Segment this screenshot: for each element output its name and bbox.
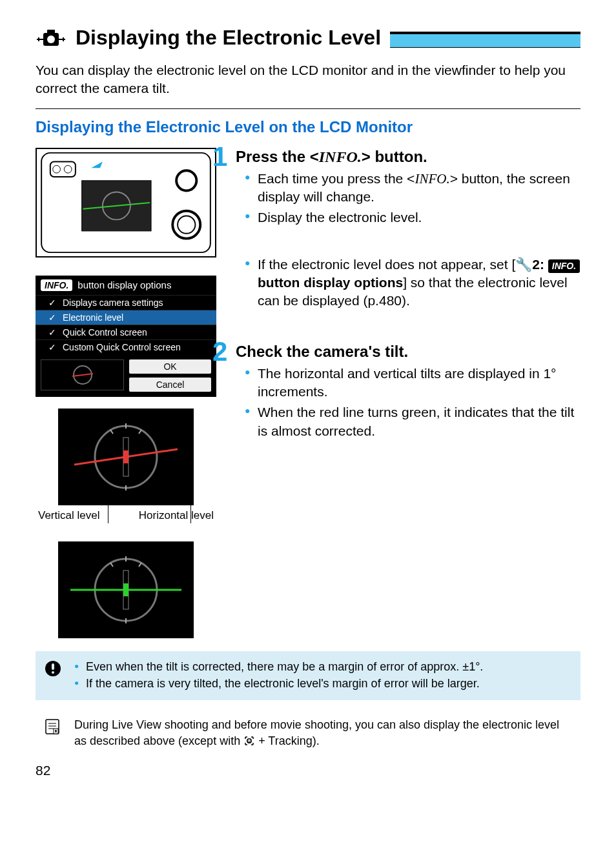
svg-rect-36 [52,663,54,670]
info-badge: INFO. [41,279,72,291]
svg-point-11 [172,210,200,238]
vertical-level-label: Vertical level [38,509,99,522]
menu-item: ✓Custom Quick Control screen [36,339,216,354]
info-button-options-menu: INFO. button display options ✓Displays c… [36,276,216,397]
camera-back-illustration [36,148,216,257]
electronic-level-corrected [58,541,194,638]
menu-cancel-button: Cancel [129,378,211,392]
svg-line-18 [72,374,93,376]
face-tracking-icon [243,735,255,747]
camera-level-icon [36,26,67,50]
menu-preview-thumb [41,359,124,390]
horizontal-level-label: Horizontal level [139,509,214,522]
step1-title: Press the <INFO.> button. [236,148,580,166]
svg-rect-44 [56,731,57,732]
step2-bullet: When the red line turns green, it indica… [245,403,580,440]
svg-point-2 [47,35,55,43]
step-number-2: 2 [212,336,227,367]
svg-point-15 [53,165,61,173]
svg-rect-34 [123,583,128,596]
svg-point-12 [178,216,195,233]
caution-icon [45,659,63,693]
divider [36,108,580,109]
title-accent-bar [390,32,580,48]
section-heading: Displaying the Electronic Level on the L… [36,118,580,136]
info-note: During Live View shooting and before mov… [36,709,580,756]
menu-item: ✓Quick Control screen [36,325,216,339]
step-number-1: 1 [212,141,227,172]
note-text: During Live View shooting and before mov… [74,717,571,749]
menu-item-selected: ✓Electronic level [36,310,216,325]
callout-line-vertical [108,504,108,523]
note-icon [45,717,63,749]
step1-bullet: Display the electronic level. [245,208,580,227]
note-bullet: Even when the tilt is corrected, there m… [74,659,483,674]
step2-bullet: The horizontal and vertical tilts are di… [245,365,580,401]
step1-bullet: Each time you press the <INFO.> button, … [245,170,580,207]
svg-rect-26 [123,450,128,463]
svg-point-45 [247,738,251,742]
svg-point-13 [176,170,196,190]
svg-point-16 [64,165,72,173]
info-badge-inline: INFO. [548,259,580,273]
callout-line-horizontal [190,455,191,523]
menu-title: button display options [77,279,171,290]
note-bullet: If the camera is very tilted, the electr… [74,676,483,691]
step1-bullet: If the electronic level does not appear,… [245,256,580,310]
caution-note: Even when the tilt is corrected, there m… [36,651,580,701]
page-title: Displaying the Electronic Level [76,26,381,50]
svg-point-47 [250,740,251,740]
page-number: 82 [36,763,580,778]
step2-title: Check the camera's tilt. [236,343,580,361]
svg-point-37 [52,671,54,674]
electronic-level-tilted [58,409,194,505]
svg-point-46 [248,740,249,740]
intro-text: You can display the electronic level on … [36,61,580,98]
menu-ok-button: OK [129,359,211,374]
svg-rect-1 [47,30,55,34]
menu-item: ✓Displays camera settings [36,295,216,310]
